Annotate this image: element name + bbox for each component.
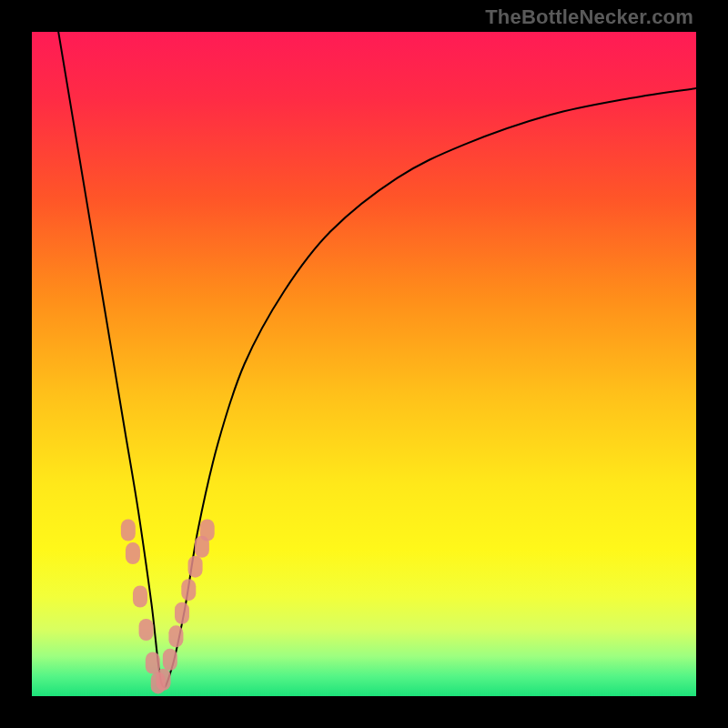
bottleneck-curve — [32, 32, 696, 696]
plot-area — [32, 32, 696, 696]
valley-marker — [188, 556, 203, 578]
valley-marker — [139, 619, 154, 641]
watermark-text: TheBottleNecker.com — [485, 5, 693, 29]
valley-marker — [163, 649, 177, 671]
valley-marker — [200, 520, 215, 541]
valley-marker — [175, 602, 189, 624]
valley-marker — [121, 520, 136, 541]
valley-marker — [146, 652, 160, 674]
valley-marker — [133, 586, 147, 608]
valley-marker — [157, 669, 171, 691]
chart-frame: TheBottleNecker.com — [0, 0, 728, 728]
valley-marker — [168, 625, 183, 647]
valley-marker — [181, 579, 196, 601]
valley-marker — [126, 542, 140, 564]
